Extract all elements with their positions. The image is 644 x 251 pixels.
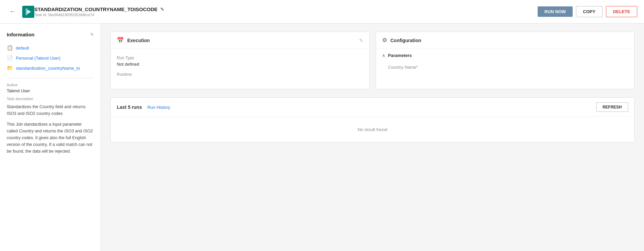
sidebar-item-default-icon: 📋	[7, 45, 13, 51]
sidebar-item-personal[interactable]: 📄 Personal (Talend User)	[7, 53, 94, 63]
configuration-card: ⚙ Configuration ∧ Parameters Country Nam…	[376, 32, 635, 89]
sidebar-item-standardization-icon: 📁	[7, 65, 13, 71]
sidebar-item-standardization-label: standardization_countryName_to	[16, 66, 80, 71]
execution-card-header: 📅 Execution ✎	[111, 32, 369, 49]
task-desc-1: Standardizes the Country field and retur…	[7, 103, 94, 117]
config-gear-icon: ⚙	[382, 37, 387, 44]
execution-title: Execution	[127, 38, 150, 43]
refresh-button[interactable]: REFRESH	[596, 102, 628, 112]
sidebar-item-personal-icon: 📄	[7, 55, 13, 61]
app-logo	[22, 6, 34, 18]
runs-header: Last 5 runs Run History	[117, 104, 170, 110]
header-title: STANDARDIZATION_COUNTRYNAME_TOISOCODE ✎	[34, 6, 538, 12]
task-desc-label: Task description	[7, 97, 94, 101]
run-now-button[interactable]: RUN NOW	[538, 6, 573, 17]
header-actions: RUN NOW COPY DELETE	[538, 6, 637, 17]
configuration-title: Configuration	[391, 38, 421, 43]
sidebar-item-standardization[interactable]: 📁 standardization_countryName_to	[7, 63, 94, 73]
task-desc-2: This Job standardizes a input parameter …	[7, 121, 94, 155]
title-edit-icon[interactable]: ✎	[160, 7, 164, 12]
parameters-section[interactable]: ∧ Parameters	[376, 49, 635, 62]
delete-button[interactable]: DELETE	[606, 6, 637, 17]
configuration-card-header: ⚙ Configuration	[376, 32, 635, 49]
execution-card-body: Run Type Not defined Runtime	[111, 49, 369, 89]
back-button[interactable]: ←	[7, 7, 18, 17]
run-history-link[interactable]: Run History	[147, 105, 170, 110]
sidebar-section-header: Information ✎	[7, 32, 94, 37]
chevron-up-icon: ∧	[382, 53, 385, 58]
last-5-runs-title: Last 5 runs	[117, 104, 142, 110]
sidebar-divider	[7, 78, 94, 78]
execution-icon: 📅	[117, 37, 124, 44]
runtime-label: Runtime	[117, 72, 363, 77]
author-value: Talend User	[7, 88, 94, 93]
copy-button[interactable]: COPY	[576, 6, 603, 17]
configuration-header-left: ⚙ Configuration	[382, 37, 421, 44]
runs-section: Last 5 runs Run History REFRESH No resul…	[110, 97, 635, 143]
content-area: 📅 Execution ✎ Run Type Not defined Runti…	[101, 24, 644, 251]
parameters-title: Parameters	[388, 53, 412, 58]
svg-rect-2	[26, 8, 27, 15]
run-type-value: Not defined	[117, 62, 363, 67]
execution-edit-icon[interactable]: ✎	[359, 38, 363, 43]
cards-row: 📅 Execution ✎ Run Type Not defined Runti…	[110, 32, 635, 89]
sidebar-edit-icon[interactable]: ✎	[90, 32, 94, 37]
header-title-block: STANDARDIZATION_COUNTRYNAME_TOISOCODE ✎ …	[34, 6, 538, 17]
no-result-message: No result found	[111, 117, 634, 142]
sidebar-item-default[interactable]: 📋 default	[7, 43, 94, 53]
config-params: Country Name*	[376, 62, 635, 75]
sidebar: Information ✎ 📋 default 📄 Personal (Tale…	[0, 24, 101, 251]
author-label: Author	[7, 83, 94, 87]
sidebar-item-personal-label: Personal (Talend User)	[16, 56, 61, 61]
main-layout: Information ✎ 📋 default 📄 Personal (Tale…	[0, 24, 644, 251]
execution-card-header-left: 📅 Execution	[117, 37, 150, 44]
run-type-label: Run Type	[117, 56, 363, 60]
task-id: Task Id: 5be964819f2ff3352686ce74	[34, 13, 538, 17]
sidebar-title: Information	[7, 32, 35, 37]
task-name: STANDARDIZATION_COUNTRYNAME_TOISOCODE	[34, 6, 158, 12]
sidebar-item-default-label: default	[16, 45, 29, 51]
country-name-param: Country Name*	[388, 65, 418, 70]
top-header: ← STANDARDIZATION_COUNTRYNAME_TOISOCODE …	[0, 0, 644, 24]
execution-card: 📅 Execution ✎ Run Type Not defined Runti…	[110, 32, 370, 89]
